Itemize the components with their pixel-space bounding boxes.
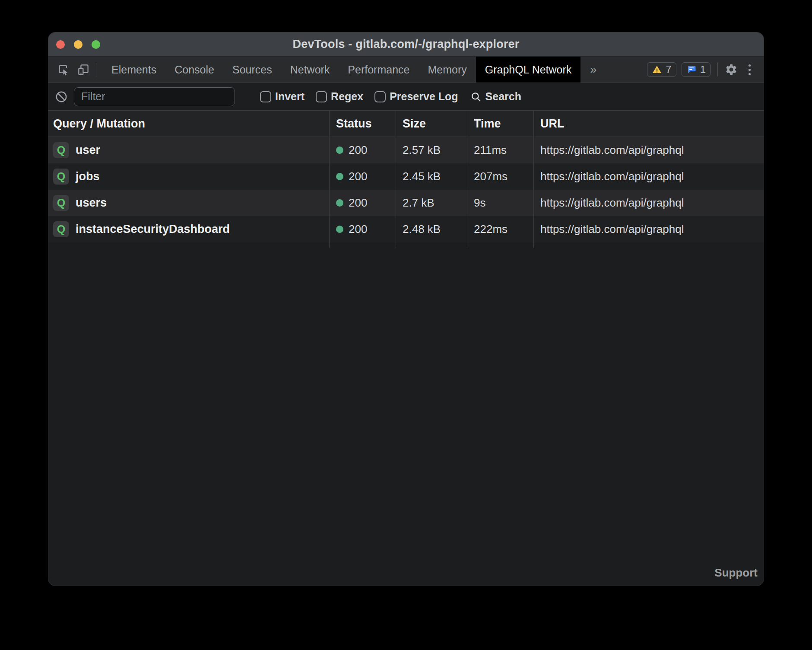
toggle-device-toolbar-button[interactable] [77,63,90,76]
preserve-log-checkbox[interactable] [374,91,386,102]
message-bubble-icon [686,64,697,75]
table-header: Query / Mutation Status Size Time URL [48,110,764,137]
regex-checkbox[interactable] [316,91,327,102]
table-row[interactable]: Q jobs 200 2.45 kB 207ms https://gitlab.… [48,163,764,190]
customize-devtools-button[interactable] [743,64,756,75]
devtools-tab-bar: Elements Console Sources Network Perform… [48,57,764,83]
query-name: users [76,196,107,210]
column-header-query-mutation[interactable]: Query / Mutation [48,111,330,137]
network-filter-toolbar: Invert Regex Preserve Log Search [48,83,764,110]
device-toolbar-icon [77,63,90,76]
zoom-window-button[interactable] [92,40,100,49]
warnings-badge[interactable]: 7 [647,62,676,77]
query-type-badge: Q [53,142,69,158]
url-value: https://gitlab.com/api/graphql [534,137,764,163]
status-value: 200 [349,170,367,183]
badge-separator [717,63,718,76]
time-value: 222ms [467,216,534,242]
status-value: 200 [349,143,367,157]
toolbar-separator [96,63,96,76]
table-row[interactable]: Q users 200 2.7 kB 9s https://gitlab.com… [48,190,764,216]
tab-elements[interactable]: Elements [102,57,165,83]
close-window-button[interactable] [56,40,65,49]
tab-graphql-network[interactable]: GraphQL Network [476,57,581,83]
devtools-window: DevTools - gitlab.com/-/graphql-explorer [48,32,764,586]
tab-memory[interactable]: Memory [419,57,476,83]
query-type-badge: Q [53,169,69,185]
status-ok-dot [336,173,343,180]
search-icon [470,91,482,102]
kebab-menu-icon [749,64,751,67]
warning-count: 7 [666,64,671,76]
column-header-size[interactable]: Size [396,111,467,137]
window-controls [56,40,100,49]
size-value: 2.7 kB [396,190,467,216]
preserve-log-checkbox-group[interactable]: Preserve Log [374,90,458,103]
support-link[interactable]: Support [714,566,758,580]
tab-performance[interactable]: Performance [339,57,419,83]
title-bar: DevTools - gitlab.com/-/graphql-explorer [48,32,764,57]
query-name: instanceSecurityDashboard [76,223,230,236]
clear-log-button[interactable] [54,89,69,104]
filter-input[interactable] [74,87,235,106]
column-header-time[interactable]: Time [467,111,534,137]
tab-console[interactable]: Console [165,57,223,83]
inspect-element-button[interactable] [57,63,70,76]
window-title: DevTools - gitlab.com/-/graphql-explorer [292,38,519,51]
regex-label: Regex [331,90,363,103]
status-value: 200 [349,196,367,210]
search-button[interactable]: Search [470,90,521,103]
column-line-stubs [48,242,764,248]
url-value: https://gitlab.com/api/graphql [534,163,764,190]
invert-label: Invert [275,90,304,103]
more-tabs-button[interactable]: » [580,57,606,83]
status-value: 200 [349,223,367,236]
size-value: 2.45 kB [396,163,467,190]
preserve-log-label: Preserve Log [390,90,458,103]
column-header-status[interactable]: Status [330,111,396,137]
column-header-url[interactable]: URL [534,111,764,137]
query-name: user [76,143,100,157]
issues-badge[interactable]: 1 [682,62,710,77]
time-value: 207ms [467,163,534,190]
invert-checkbox[interactable] [260,91,271,102]
status-ok-dot [336,226,343,233]
tab-sources[interactable]: Sources [223,57,281,83]
regex-checkbox-group[interactable]: Regex [316,90,363,103]
minimize-window-button[interactable] [74,40,82,49]
tab-network[interactable]: Network [281,57,339,83]
size-value: 2.48 kB [396,216,467,242]
block-circle-icon [55,90,68,103]
gear-icon [725,63,738,76]
table-row[interactable]: Q instanceSecurityDashboard 200 2.48 kB … [48,216,764,242]
time-value: 9s [467,190,534,216]
message-count: 1 [700,64,706,76]
size-value: 2.57 kB [396,137,467,163]
settings-button[interactable] [725,63,738,76]
warning-triangle-icon [652,64,662,75]
status-ok-dot [336,147,343,154]
url-value: https://gitlab.com/api/graphql [534,190,764,216]
url-value: https://gitlab.com/api/graphql [534,216,764,242]
chevron-double-right-icon: » [590,63,596,76]
query-type-badge: Q [53,195,69,211]
search-label: Search [485,90,521,103]
requests-table: Query / Mutation Status Size Time URL Q … [48,110,764,248]
panel-tabs: Elements Console Sources Network Perform… [102,57,580,83]
invert-checkbox-group[interactable]: Invert [260,90,304,103]
inspect-cursor-icon [57,63,70,76]
status-ok-dot [336,199,343,207]
query-name: jobs [76,170,100,183]
time-value: 211ms [467,137,534,163]
query-type-badge: Q [53,221,69,237]
table-row[interactable]: Q user 200 2.57 kB 211ms https://gitlab.… [48,137,764,163]
